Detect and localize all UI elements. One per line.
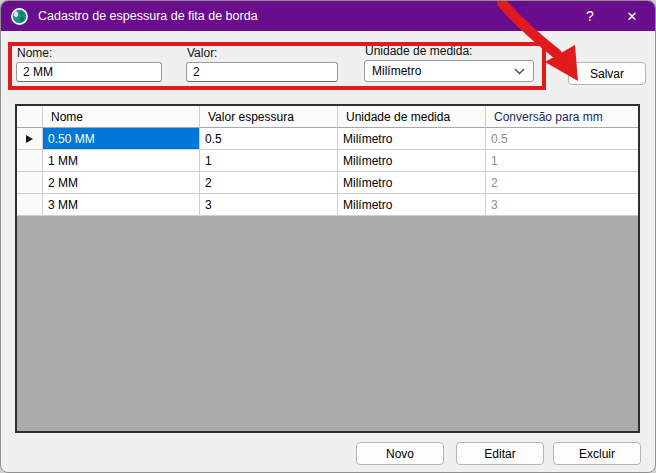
new-button[interactable]: Novo (356, 442, 444, 465)
current-row-arrow-icon (26, 135, 33, 143)
grid-empty-area (17, 216, 638, 431)
table-header-row: Nome Valor espessura Unidade de medida C… (17, 106, 638, 128)
column-header-valor[interactable]: Valor espessura (200, 106, 338, 128)
cell-nome[interactable]: 3 MM (43, 194, 200, 216)
unit-select[interactable]: Milímetro (364, 60, 534, 82)
cell-valor[interactable]: 0.5 (200, 128, 338, 150)
cell-valor[interactable]: 3 (200, 194, 338, 216)
table-row[interactable]: 3 MM 3 Milímetro 3 (17, 194, 638, 216)
titlebar: Cadastro de espessura de fita de borda ?… (1, 1, 655, 31)
name-input[interactable] (16, 62, 162, 82)
value-label: Valor: (187, 46, 217, 60)
column-header-nome[interactable]: Nome (43, 106, 200, 128)
save-button[interactable]: Salvar (568, 62, 646, 85)
cell-unidade[interactable]: Milímetro (338, 150, 486, 172)
delete-button[interactable]: Excluir (553, 442, 641, 465)
edit-button[interactable]: Editar (456, 442, 544, 465)
row-selector[interactable] (17, 128, 43, 150)
unit-label: Unidade de medida: (365, 44, 472, 58)
cell-unidade[interactable]: Milímetro (338, 194, 486, 216)
table-row[interactable]: 1 MM 1 Milímetro 1 (17, 150, 638, 172)
globe-icon (11, 8, 28, 25)
row-selector[interactable] (17, 172, 43, 194)
close-button[interactable]: ✕ (611, 1, 653, 31)
chevron-down-icon (514, 68, 525, 75)
cell-nome[interactable]: 0.50 MM (43, 128, 200, 150)
cell-conversao[interactable]: 0.5 (486, 128, 638, 150)
cell-unidade[interactable]: Milímetro (338, 172, 486, 194)
unit-select-value: Milímetro (372, 64, 421, 78)
cell-conversao[interactable]: 2 (486, 172, 638, 194)
cell-conversao[interactable]: 3 (486, 194, 638, 216)
window-title: Cadastro de espessura de fita de borda (38, 9, 569, 23)
row-selector[interactable] (17, 194, 43, 216)
table-row[interactable]: 2 MM 2 Milímetro 2 (17, 172, 638, 194)
cell-nome[interactable]: 1 MM (43, 150, 200, 172)
cell-unidade[interactable]: Milímetro (338, 128, 486, 150)
cell-valor[interactable]: 2 (200, 172, 338, 194)
cell-valor[interactable]: 1 (200, 150, 338, 172)
value-input[interactable] (186, 62, 338, 82)
cell-nome[interactable]: 2 MM (43, 172, 200, 194)
dialog-window: Cadastro de espessura de fita de borda ?… (0, 0, 656, 473)
help-button[interactable]: ? (569, 1, 611, 31)
column-header-conversao[interactable]: Conversão para mm (486, 106, 638, 128)
column-header-unidade[interactable]: Unidade de medida (338, 106, 486, 128)
row-selector[interactable] (17, 150, 43, 172)
table-row[interactable]: 0.50 MM 0.5 Milímetro 0.5 (17, 128, 638, 150)
name-label: Nome: (17, 46, 52, 60)
row-selector-header (17, 106, 43, 128)
thickness-table: Nome Valor espessura Unidade de medida C… (15, 104, 640, 433)
cell-conversao[interactable]: 1 (486, 150, 638, 172)
